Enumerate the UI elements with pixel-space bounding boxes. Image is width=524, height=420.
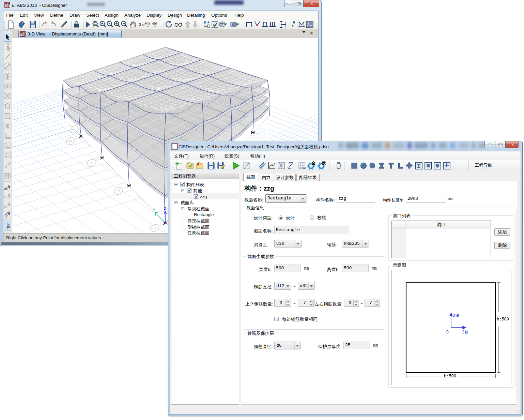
svg-text:3: 3 <box>90 161 94 165</box>
svg-text:全: 全 <box>311 161 316 165</box>
svg-text:b:500: b:500 <box>444 374 456 379</box>
svg-text:n: n <box>147 25 149 28</box>
svg-text:h:500: h:500 <box>497 317 509 322</box>
svg-text:Y: Y <box>153 208 155 212</box>
svg-text:PS: PS <box>4 195 9 199</box>
svg-text:v: v <box>154 25 156 28</box>
svg-text:3轴: 3轴 <box>453 313 459 318</box>
svg-text:3-d: 3-d <box>139 22 144 27</box>
svg-text:Z: Z <box>164 206 166 211</box>
svg-text:clr: clr <box>4 205 8 208</box>
svg-text:S: S <box>271 163 273 166</box>
svg-text:2轴: 2轴 <box>462 330 468 334</box>
svg-text:all: all <box>4 187 7 191</box>
svg-text:1: 1 <box>153 226 157 230</box>
svg-text:0: 0 <box>446 330 449 334</box>
svg-text:默: 默 <box>322 161 326 165</box>
